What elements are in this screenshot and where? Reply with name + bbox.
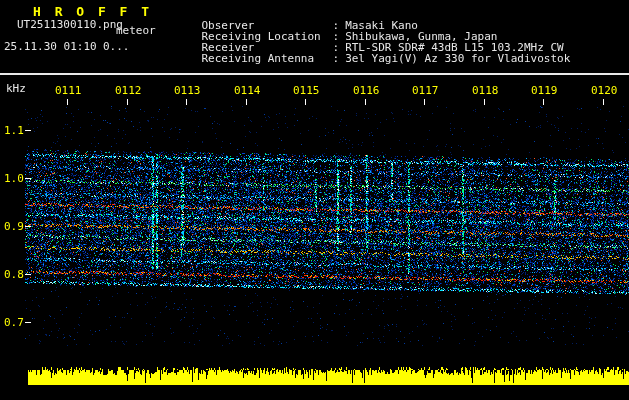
freq-label-08: 0.8 (4, 268, 24, 281)
datetime-label: 25.11.30 01:10 (4, 40, 97, 53)
time-label-0119: 0119 (531, 84, 558, 97)
time-label-0115: 0115 (293, 84, 320, 97)
filename-label: UT2511300110.png (17, 18, 123, 31)
hrofft-window: H R O F F T UT2511300110.png meteor 25.1… (0, 0, 629, 400)
freq-label-09: 0.9 (4, 220, 24, 233)
freq-unit-label: kHz (6, 82, 26, 95)
mode-label: meteor (116, 24, 156, 37)
time-label-0120: 0120 (591, 84, 618, 97)
app-title: H R O F F T (33, 4, 152, 19)
time-label-0113: 0113 (174, 84, 201, 97)
info-colon: : (333, 52, 340, 65)
time-label-0111: 0111 (55, 84, 82, 97)
freq-label-07: 0.7 (4, 316, 24, 329)
time-label-0117: 0117 (412, 84, 439, 97)
time-label-0118: 0118 (472, 84, 499, 97)
freq-label-10: 1.0 (4, 172, 24, 185)
counter-label: 0... (103, 40, 130, 53)
info-label: Receiving Antenna (202, 52, 333, 65)
header-divider (0, 73, 629, 75)
time-label-0112: 0112 (115, 84, 142, 97)
time-label-0114: 0114 (234, 84, 261, 97)
time-label-0116: 0116 (353, 84, 380, 97)
info-value: 3el Yagi(V) Az 330 for Vladivostok (345, 52, 570, 65)
freq-label-11: 1.1 (4, 124, 24, 137)
